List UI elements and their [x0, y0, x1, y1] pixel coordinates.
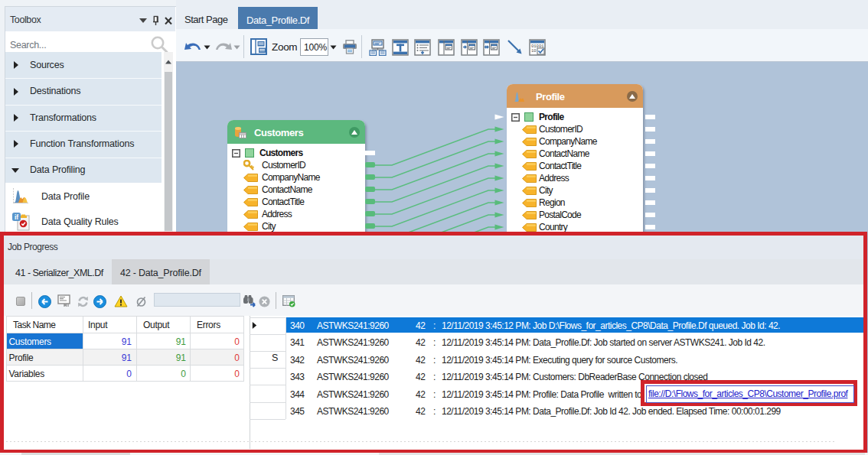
- svg-text:10: 10: [531, 48, 537, 54]
- svg-text:if: if: [15, 213, 18, 221]
